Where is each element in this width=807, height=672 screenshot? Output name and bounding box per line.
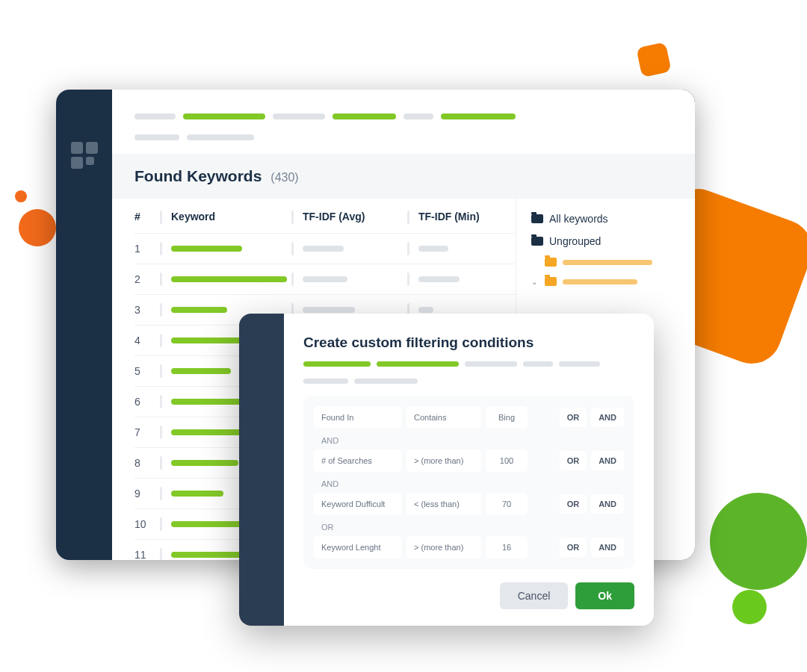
breadcrumb xyxy=(112,113,695,154)
metric-bar xyxy=(418,307,433,313)
col-tfidf-avg[interactable]: TF-IDF (Avg) xyxy=(303,211,407,224)
metric-bar xyxy=(303,276,347,282)
row-index: 1 xyxy=(134,243,160,255)
and-button[interactable]: AND xyxy=(591,451,624,470)
table-row[interactable]: 2 xyxy=(134,264,516,295)
condition-field[interactable]: Found In xyxy=(314,406,402,429)
modal-title: Create custom filtering conditions xyxy=(303,335,634,351)
condition-value[interactable]: 100 xyxy=(486,449,528,472)
and-button[interactable]: AND xyxy=(591,538,624,557)
filter-modal: Create custom filtering conditions Found… xyxy=(239,314,654,626)
or-button[interactable]: OR xyxy=(560,451,587,470)
keyword-bar xyxy=(171,368,231,374)
condition-row: Keyword Lenght> (more than)16ORAND xyxy=(314,536,624,559)
table-row[interactable]: 1 xyxy=(134,234,516,264)
condition-field[interactable]: Keyword Lenght xyxy=(314,536,402,559)
join-operator: AND xyxy=(314,433,624,449)
keyword-bar xyxy=(171,521,250,527)
keyword-bar xyxy=(171,307,227,313)
join-operator: OR xyxy=(314,520,624,536)
decoration xyxy=(732,590,767,624)
row-index: 5 xyxy=(134,365,160,377)
table-header: # Keyword TF-IDF (Avg) TF-IDF (Min) xyxy=(134,199,516,234)
keyword-count: (430) xyxy=(270,171,298,184)
ok-button[interactable]: Ok xyxy=(575,582,634,609)
decoration xyxy=(710,493,807,590)
row-index: 9 xyxy=(134,488,160,500)
condition-operator[interactable]: Contains xyxy=(406,406,481,429)
condition-operator[interactable]: < (less than) xyxy=(406,493,481,515)
col-keyword[interactable]: Keyword xyxy=(171,211,291,224)
group-ungrouped[interactable]: Ungrouped xyxy=(531,230,672,252)
row-index: 4 xyxy=(134,335,160,346)
decoration xyxy=(636,42,671,77)
row-index: 3 xyxy=(134,304,160,316)
chevron-down-icon[interactable]: ⌄ xyxy=(531,278,539,286)
modal-subtitle-placeholder xyxy=(303,361,634,384)
folder-icon xyxy=(531,214,543,223)
keyword-bar xyxy=(171,399,246,405)
condition-row: Found InContainsBingORAND xyxy=(314,406,624,429)
decoration xyxy=(19,209,56,246)
keyword-bar xyxy=(171,460,238,466)
row-index: 10 xyxy=(134,518,160,530)
condition-operator[interactable]: > (more than) xyxy=(406,536,481,559)
condition-value[interactable]: 16 xyxy=(486,536,528,559)
row-index: 11 xyxy=(134,549,160,560)
row-index: 6 xyxy=(134,396,160,408)
metric-bar xyxy=(418,246,448,252)
condition-row: # of Searches> (more than)100ORAND xyxy=(314,449,624,472)
sidebar xyxy=(56,90,112,560)
dashboard-icon[interactable] xyxy=(71,142,98,169)
section-title-row: Found Keywords (430) xyxy=(112,154,695,199)
conditions-list: Found InContainsBingORANDAND# of Searche… xyxy=(303,396,634,569)
section-title: Found Keywords xyxy=(134,167,262,185)
folder-icon xyxy=(545,277,557,286)
or-button[interactable]: OR xyxy=(560,538,587,557)
group-label-placeholder xyxy=(563,279,637,284)
condition-value[interactable]: 70 xyxy=(486,493,528,515)
keyword-bar xyxy=(171,552,242,558)
condition-value[interactable]: Bing xyxy=(486,406,528,429)
col-index: # xyxy=(134,211,160,224)
keyword-bar xyxy=(171,246,242,252)
or-button[interactable]: OR xyxy=(560,494,587,514)
and-button[interactable]: AND xyxy=(591,408,624,427)
metric-bar xyxy=(418,276,460,282)
group-all-keywords[interactable]: All keywords xyxy=(531,208,672,230)
keyword-bar xyxy=(171,491,223,497)
modal-sidebar xyxy=(239,314,284,626)
condition-field[interactable]: # of Searches xyxy=(314,449,402,472)
and-button[interactable]: AND xyxy=(591,494,624,514)
folder-icon xyxy=(545,258,557,267)
metric-bar xyxy=(303,307,355,313)
row-index: 2 xyxy=(134,273,160,285)
group-item[interactable]: ⌄ xyxy=(531,272,672,291)
group-label-placeholder xyxy=(563,260,652,265)
col-tfidf-min[interactable]: TF-IDF (Min) xyxy=(418,211,516,224)
cancel-button[interactable]: Cancel xyxy=(500,582,569,609)
condition-row: Keyword Dufficult< (less than)70ORAND xyxy=(314,493,624,515)
row-index: 8 xyxy=(134,457,160,469)
row-index: 7 xyxy=(134,426,160,438)
folder-icon xyxy=(531,237,543,246)
or-button[interactable]: OR xyxy=(560,408,587,427)
keyword-bar xyxy=(171,276,287,282)
group-item[interactable] xyxy=(531,252,672,272)
condition-operator[interactable]: > (more than) xyxy=(406,449,481,472)
metric-bar xyxy=(303,246,344,252)
condition-field[interactable]: Keyword Dufficult xyxy=(314,493,402,515)
join-operator: AND xyxy=(314,476,624,493)
decoration xyxy=(15,190,27,202)
